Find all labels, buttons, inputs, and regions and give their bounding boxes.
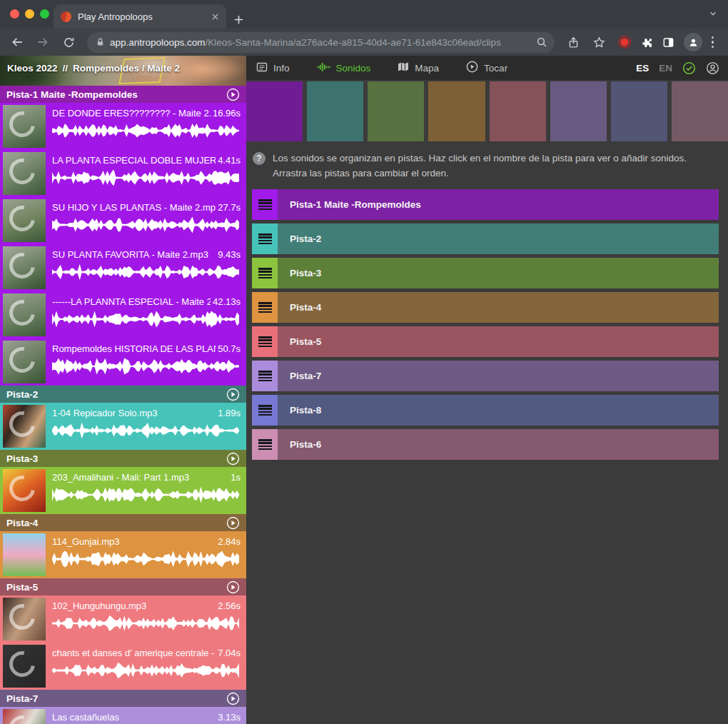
close-window-button[interactable] [10,9,19,19]
clip-title: DE DONDE ERES???????? - Maite 2.mp3 [52,108,211,119]
drag-handle[interactable] [252,395,278,426]
clip[interactable]: SU PLANTA FAVORITA - Maite 2.mp39.43s [0,244,246,291]
sidebar-section-header-pista2[interactable]: Pista-2 [0,386,246,403]
clip[interactable]: Las castañuelas3.13s [0,707,246,724]
bookmark-star-icon[interactable] [589,32,609,52]
tab-info[interactable]: Info [256,61,290,75]
clip-title: Las castañuelas [52,712,216,723]
app-nav: Info Sonidos Mapa Tocar [256,61,507,75]
url-path: /Kleos-Santa-Marina/a276ac4e-a815-40d4-a… [206,37,501,48]
new-tab-button[interactable] [233,14,244,25]
track-row-pista5[interactable]: Pista-5 [252,326,719,357]
drag-handle[interactable] [252,361,278,391]
track-row-pista4[interactable]: Pista-4 [252,292,719,323]
browser-menu-kebab-icon[interactable] [712,36,714,48]
drag-handle[interactable] [252,429,278,460]
browser-tab-strip: Play Antropoloops [0,0,728,29]
forward-button[interactable] [33,32,53,52]
browser-tab[interactable]: Play Antropoloops [54,4,226,29]
drag-handle[interactable] [252,292,278,323]
track-row-pista1[interactable]: Pista-1 Maite -Rompemoldes [252,189,719,220]
sidebar-section-header-pista1[interactable]: Pista-1 Maite -Rompemoldes [0,86,246,103]
tab-tocar[interactable]: Tocar [466,61,507,75]
sidebar-section-header-pista3[interactable]: Pista-3 [0,450,246,467]
back-button[interactable] [7,32,27,52]
side-panel-icon[interactable] [662,36,674,49]
zoom-window-button[interactable] [40,9,49,19]
clip[interactable]: DE DONDE ERES???????? - Maite 2.mp316.96… [0,103,246,150]
color-swatch [611,81,667,141]
clip[interactable]: 1-04 Repicador Solo.mp31.89s [0,403,246,450]
share-icon[interactable] [563,32,583,52]
clip[interactable]: ------LA PLANNTA ESPECIAL - Maite 2.mp34… [0,291,246,338]
clip-duration: 1s [231,472,241,483]
waveform [52,310,241,328]
clip[interactable]: 114_Gunjai.mp32.84s [0,531,246,578]
track-row-pista3[interactable]: Pista-3 [252,258,719,288]
color-swatch [490,81,546,141]
minimize-window-button[interactable] [25,9,34,19]
loop-ring-icon [4,295,40,331]
account-icon[interactable] [706,61,719,75]
play-track-icon[interactable] [226,580,240,594]
play-track-icon[interactable] [226,516,240,530]
track-row-pista2[interactable]: Pista-2 [252,223,719,254]
breadcrumb-section: Rompemoldes / Maite 2 [73,63,180,74]
tab-title: Play Antropoloops [78,11,205,22]
sidebar-section-header-pista7[interactable]: Pista-7 [0,690,246,707]
color-swatch [246,81,303,141]
tab-sonidos[interactable]: Sonidos [317,61,371,75]
drag-handle[interactable] [252,223,278,254]
tab-mapa[interactable]: Mapa [398,61,439,74]
clip-duration: 2.56s [218,600,241,611]
waveform [52,614,241,633]
clip[interactable]: 203_Amalihani - Mali: Part 1.mp31s [0,467,246,514]
tab-info-label: Info [273,63,290,74]
drag-handle[interactable] [252,189,278,220]
drag-handle-icon [258,371,272,381]
lang-es-button[interactable]: ES [636,63,649,74]
drag-handle-icon [258,405,272,416]
loop-ring-icon [4,599,40,635]
browser-profile-avatar[interactable] [684,33,702,51]
saved-check-icon[interactable] [682,61,696,75]
map-icon [398,61,409,74]
loop-ring-icon [4,248,40,283]
track-name: Pista-1 Maite -Rompemoldes [290,199,421,210]
reload-button[interactable] [59,32,79,52]
clip-duration: 1.89s [218,408,241,418]
clip-title: ------LA PLANNTA ESPECIAL - Maite 2.mp3 [52,296,211,307]
loop-ring-icon [4,342,40,378]
clip-thumbnail [3,405,46,448]
drag-handle[interactable] [252,258,278,288]
clip[interactable]: 102_Hunguhungu.mp32.56s [0,595,246,643]
track-row-pista8[interactable]: Pista-8 [252,395,719,426]
extensions-puzzle-icon[interactable] [641,36,653,49]
lock-icon [96,37,105,47]
zoom-level-icon[interactable] [536,36,547,48]
play-track-icon[interactable] [226,452,240,466]
color-swatch [368,81,424,141]
clip[interactable]: LA PLANTA ESPECIAL DOBLE MUJER - Mai...4… [0,150,246,197]
help-line: ? Los sonidos se organizan en pistas. Ha… [253,151,718,181]
clip-duration: 50.7s [218,343,241,354]
tab-search-chevron-icon[interactable] [708,9,718,19]
track-row-pista6[interactable]: Pista-6 [252,429,719,460]
play-track-icon[interactable] [226,88,240,101]
section-title: Pista-5 [6,582,38,593]
sidebar-section-header-pista4[interactable]: Pista-4 [0,514,246,531]
waveform-icon [317,61,330,75]
clip[interactable]: chants et danses d' amerique centrale - … [0,643,246,690]
track-row-pista7[interactable]: Pista-7 [252,361,719,391]
play-track-icon[interactable] [226,388,240,401]
clip[interactable]: SU HIJO Y LAS PLANTAS - Maite 2.mp327.7s [0,197,246,244]
clip[interactable]: Rompemoldes HISTORIA DE LAS PLANTAS...50… [0,338,246,386]
play-track-icon[interactable] [226,692,240,705]
tab-close-icon[interactable] [211,13,219,21]
url-bar[interactable]: app.antropoloops.com/Kleos-Santa-Marina/… [87,32,555,53]
lang-en-button[interactable]: EN [659,63,672,74]
sidebar-section-header-pista5[interactable]: Pista-5 [0,578,246,595]
recording-indicator-icon[interactable] [617,35,632,49]
drag-handle[interactable] [252,326,278,357]
loop-ring-icon [4,646,40,682]
